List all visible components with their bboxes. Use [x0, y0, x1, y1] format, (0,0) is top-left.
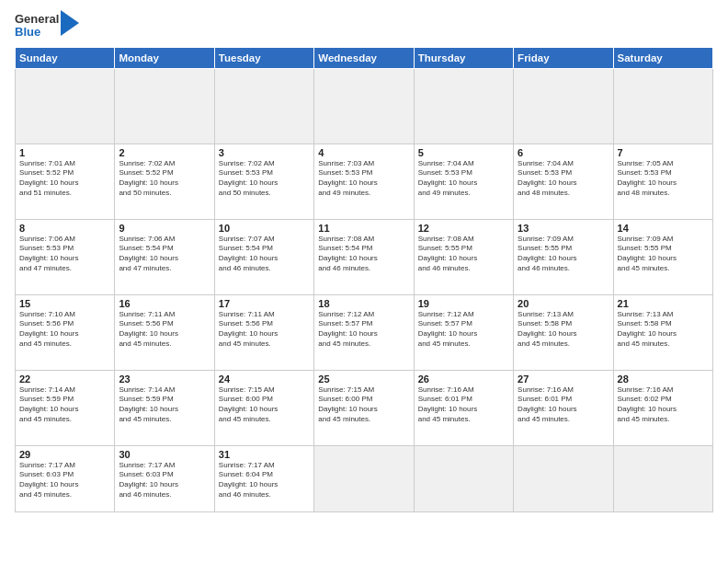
- day-info: Sunrise: 7:06 AMSunset: 5:54 PMDaylight:…: [119, 235, 210, 274]
- day-number: 13: [518, 223, 609, 234]
- day-number: 8: [19, 223, 110, 234]
- day-number: 27: [518, 373, 609, 385]
- day-number: 2: [119, 147, 210, 158]
- day-info: Sunrise: 7:17 AMSunset: 6:04 PMDaylight:…: [219, 461, 310, 500]
- calendar-cell: 28Sunrise: 7:16 AMSunset: 6:02 PMDayligh…: [613, 370, 712, 445]
- day-info: Sunrise: 7:14 AMSunset: 5:59 PMDaylight:…: [119, 385, 210, 425]
- logo-arrow-icon: [61, 10, 79, 36]
- day-info: Sunrise: 7:16 AMSunset: 6:02 PMDaylight:…: [618, 385, 709, 425]
- day-number: 23: [119, 373, 210, 385]
- weekday-header-tuesday: Tuesday: [214, 47, 313, 68]
- calendar-cell: [115, 68, 214, 144]
- svg-marker-0: [61, 10, 79, 36]
- day-number: 26: [418, 373, 509, 385]
- calendar-cell: 26Sunrise: 7:16 AMSunset: 6:01 PMDayligh…: [414, 370, 513, 445]
- calendar-cell: 27Sunrise: 7:16 AMSunset: 6:01 PMDayligh…: [514, 370, 613, 445]
- calendar-cell: 17Sunrise: 7:11 AMSunset: 5:56 PMDayligh…: [214, 294, 313, 370]
- calendar-cell: [314, 445, 414, 511]
- day-info: Sunrise: 7:01 AMSunset: 5:52 PMDaylight:…: [19, 159, 110, 199]
- page-header: General Blue: [15, 13, 713, 40]
- calendar-cell: 4Sunrise: 7:03 AMSunset: 5:53 PMDaylight…: [314, 144, 414, 219]
- day-info: Sunrise: 7:04 AMSunset: 5:53 PMDaylight:…: [518, 159, 609, 199]
- day-number: 4: [318, 147, 409, 158]
- calendar-cell: 24Sunrise: 7:15 AMSunset: 6:00 PMDayligh…: [214, 370, 313, 445]
- day-number: 5: [418, 147, 509, 158]
- day-number: 16: [119, 298, 210, 309]
- day-number: 24: [219, 373, 310, 385]
- day-number: 1: [19, 147, 110, 158]
- calendar-cell: [414, 68, 513, 144]
- weekday-header-sunday: Sunday: [16, 47, 115, 68]
- day-info: Sunrise: 7:09 AMSunset: 5:55 PMDaylight:…: [618, 235, 709, 274]
- calendar-cell: 16Sunrise: 7:11 AMSunset: 5:56 PMDayligh…: [115, 294, 214, 370]
- day-info: Sunrise: 7:07 AMSunset: 5:54 PMDaylight:…: [219, 235, 310, 274]
- day-number: 11: [318, 223, 409, 234]
- day-number: 25: [318, 373, 409, 385]
- calendar-cell: 18Sunrise: 7:12 AMSunset: 5:57 PMDayligh…: [314, 294, 414, 370]
- day-info: Sunrise: 7:02 AMSunset: 5:52 PMDaylight:…: [119, 159, 210, 199]
- calendar-cell: [613, 445, 712, 511]
- day-info: Sunrise: 7:17 AMSunset: 6:03 PMDaylight:…: [19, 461, 110, 500]
- day-number: 30: [119, 449, 210, 460]
- day-info: Sunrise: 7:08 AMSunset: 5:54 PMDaylight:…: [318, 235, 409, 274]
- calendar-cell: 5Sunrise: 7:04 AMSunset: 5:53 PMDaylight…: [414, 144, 513, 219]
- calendar-cell: 1Sunrise: 7:01 AMSunset: 5:52 PMDaylight…: [16, 144, 115, 219]
- day-info: Sunrise: 7:05 AMSunset: 5:53 PMDaylight:…: [618, 159, 709, 199]
- day-number: 28: [618, 373, 709, 385]
- calendar-cell: 31Sunrise: 7:17 AMSunset: 6:04 PMDayligh…: [214, 445, 313, 511]
- calendar-cell: 11Sunrise: 7:08 AMSunset: 5:54 PMDayligh…: [314, 219, 414, 294]
- calendar-cell: 2Sunrise: 7:02 AMSunset: 5:52 PMDaylight…: [115, 144, 214, 219]
- day-number: 18: [318, 298, 409, 309]
- calendar-cell: [314, 68, 414, 144]
- calendar-cell: [514, 445, 613, 511]
- calendar-cell: [514, 68, 613, 144]
- day-number: 12: [418, 223, 509, 234]
- calendar-cell: 29Sunrise: 7:17 AMSunset: 6:03 PMDayligh…: [16, 445, 115, 511]
- day-number: 6: [518, 147, 609, 158]
- day-info: Sunrise: 7:08 AMSunset: 5:55 PMDaylight:…: [418, 235, 509, 274]
- logo-graphic: General Blue: [15, 13, 79, 40]
- logo: General Blue: [15, 13, 79, 40]
- day-info: Sunrise: 7:12 AMSunset: 5:57 PMDaylight:…: [318, 310, 409, 350]
- day-info: Sunrise: 7:02 AMSunset: 5:53 PMDaylight:…: [219, 159, 310, 199]
- calendar-cell: [16, 68, 115, 144]
- day-number: 10: [219, 223, 310, 234]
- weekday-header-wednesday: Wednesday: [314, 47, 414, 68]
- day-info: Sunrise: 7:04 AMSunset: 5:53 PMDaylight:…: [418, 159, 509, 199]
- calendar-cell: 12Sunrise: 7:08 AMSunset: 5:55 PMDayligh…: [414, 219, 513, 294]
- calendar-cell: [214, 68, 313, 144]
- day-number: 7: [618, 147, 709, 158]
- calendar-cell: 10Sunrise: 7:07 AMSunset: 5:54 PMDayligh…: [214, 219, 313, 294]
- day-number: 29: [19, 449, 110, 460]
- calendar-cell: 15Sunrise: 7:10 AMSunset: 5:56 PMDayligh…: [16, 294, 115, 370]
- calendar-table: SundayMondayTuesdayWednesdayThursdayFrid…: [15, 47, 713, 512]
- calendar-cell: 25Sunrise: 7:15 AMSunset: 6:00 PMDayligh…: [314, 370, 414, 445]
- day-info: Sunrise: 7:15 AMSunset: 6:00 PMDaylight:…: [318, 385, 409, 425]
- calendar-cell: [414, 445, 513, 511]
- weekday-header-monday: Monday: [115, 47, 214, 68]
- day-info: Sunrise: 7:15 AMSunset: 6:00 PMDaylight:…: [219, 385, 310, 425]
- calendar-cell: 14Sunrise: 7:09 AMSunset: 5:55 PMDayligh…: [613, 219, 712, 294]
- calendar-cell: 3Sunrise: 7:02 AMSunset: 5:53 PMDaylight…: [214, 144, 313, 219]
- day-number: 19: [418, 298, 509, 309]
- day-info: Sunrise: 7:11 AMSunset: 5:56 PMDaylight:…: [219, 310, 310, 350]
- day-info: Sunrise: 7:10 AMSunset: 5:56 PMDaylight:…: [19, 310, 110, 350]
- day-number: 15: [19, 298, 110, 309]
- calendar-cell: 20Sunrise: 7:13 AMSunset: 5:58 PMDayligh…: [514, 294, 613, 370]
- calendar-cell: 6Sunrise: 7:04 AMSunset: 5:53 PMDaylight…: [514, 144, 613, 219]
- calendar-cell: 7Sunrise: 7:05 AMSunset: 5:53 PMDaylight…: [613, 144, 712, 219]
- day-number: 21: [618, 298, 709, 309]
- day-info: Sunrise: 7:03 AMSunset: 5:53 PMDaylight:…: [318, 159, 409, 199]
- day-number: 22: [19, 373, 110, 385]
- day-number: 3: [219, 147, 310, 158]
- calendar-cell: 22Sunrise: 7:14 AMSunset: 5:59 PMDayligh…: [16, 370, 115, 445]
- weekday-header-saturday: Saturday: [613, 47, 712, 68]
- day-number: 31: [219, 449, 310, 460]
- day-info: Sunrise: 7:17 AMSunset: 6:03 PMDaylight:…: [119, 461, 210, 500]
- calendar-cell: 19Sunrise: 7:12 AMSunset: 5:57 PMDayligh…: [414, 294, 513, 370]
- day-number: 9: [119, 223, 210, 234]
- calendar-cell: 23Sunrise: 7:14 AMSunset: 5:59 PMDayligh…: [115, 370, 214, 445]
- day-info: Sunrise: 7:14 AMSunset: 5:59 PMDaylight:…: [19, 385, 110, 425]
- day-info: Sunrise: 7:16 AMSunset: 6:01 PMDaylight:…: [518, 385, 609, 425]
- calendar-cell: 9Sunrise: 7:06 AMSunset: 5:54 PMDaylight…: [115, 219, 214, 294]
